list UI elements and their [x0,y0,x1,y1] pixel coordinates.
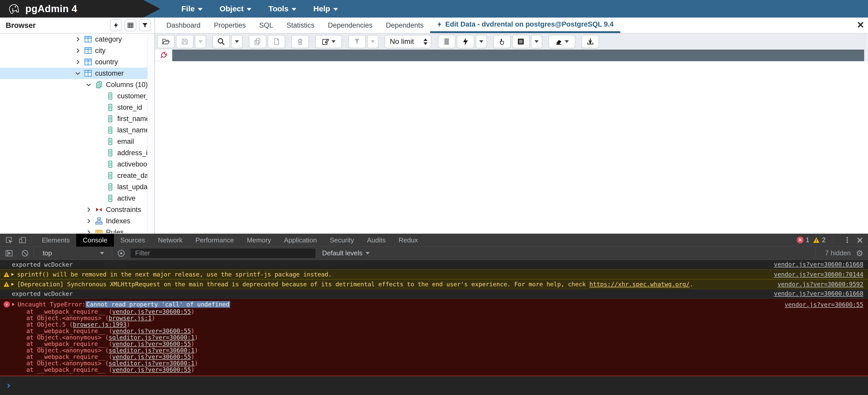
whatwg-spec-link[interactable]: https://xhr.spec.whatwg.org/ [590,281,690,288]
tree-item-indexes[interactable]: Indexes [0,215,154,227]
execute-menu-button[interactable] [475,35,487,48]
devtools-tab-memory[interactable]: Memory [240,234,277,246]
source-link[interactable]: vendor.js?ver=30600:55 [112,340,191,347]
tree-item-country[interactable]: country [0,56,154,68]
source-link[interactable]: browser.js:1993 [73,321,127,328]
chevron-right-icon[interactable] [85,218,92,224]
eye-icon[interactable] [117,249,126,258]
chevron-right-icon[interactable] [74,59,81,65]
devtools-close-icon[interactable]: × [857,235,863,245]
chevron-down-icon[interactable] [74,70,81,77]
expand-triangle-icon[interactable] [11,273,14,276]
source-link[interactable]: vendor.js?ver=30600:55 [784,301,863,308]
source-link[interactable]: vendor.js?ver=30600:61668 [774,261,863,268]
stop-button[interactable] [438,35,456,48]
tree-item-last-name[interactable]: last_name [0,125,154,136]
chevron-right-icon[interactable] [74,36,81,43]
source-link[interactable]: vendor.js?ver=30600:55 [112,366,191,373]
tree-item-address-id[interactable]: address_id [0,147,154,159]
tab-sql[interactable]: SQL [252,18,280,33]
device-toolbar-icon[interactable] [18,236,27,244]
source-link[interactable]: vendor.js?ver=30600:55 [112,354,191,360]
find-menu-button[interactable] [231,35,243,48]
devtools-tab-sources[interactable]: Sources [114,234,151,246]
devtools-tab-redux[interactable]: Redux [392,234,425,246]
tab-statistics[interactable]: Statistics [280,18,321,33]
delete-row-button[interactable] [291,35,309,48]
tree-item-city[interactable]: city [0,45,154,56]
context-select[interactable]: top [38,249,108,257]
tree-item-customer-id[interactable]: customer_id [0,90,154,102]
tab-edit-data-active[interactable]: Edit Data - dvdrental on postgres@Postgr… [430,18,620,33]
devtools-menu-icon[interactable]: ⋮ [841,235,853,244]
explain-menu-button[interactable] [531,35,542,48]
tree-item-rules[interactable]: Rules [0,227,154,233]
tree-item-active[interactable]: active [0,193,154,204]
tree-item-constraints[interactable]: Constraints [0,204,154,215]
tree-item-category[interactable]: category [0,34,154,45]
query-tool-button[interactable] [110,20,122,31]
devtools-tab-network[interactable]: Network [151,234,189,246]
error-count-badge[interactable]: ✕ 1 [797,236,809,244]
clear-button[interactable] [549,35,575,48]
find-button[interactable] [212,35,230,48]
tree-item-store-id[interactable]: store_id [0,102,154,113]
expand-triangle-icon[interactable] [12,303,15,306]
devtools-tab-application[interactable]: Application [277,234,323,246]
menu-file[interactable]: File [181,4,203,13]
source-link[interactable]: vendor.js?ver=30600:61668 [774,290,863,297]
console-prompt[interactable]: › [0,376,868,394]
source-link[interactable]: vendor.js?ver=30600:55 [112,328,191,334]
edit-button[interactable] [315,35,342,48]
source-link[interactable]: vendor.js?ver=30600:70144 [774,271,863,278]
log-levels-select[interactable]: Default levels [322,249,370,257]
source-link[interactable]: browser.js:1 [109,315,152,322]
tree-item-columns[interactable]: Columns (10) [0,79,154,90]
devtools-tab-console[interactable]: Console [76,234,114,246]
console-filter-input[interactable] [131,249,315,258]
save-menu-button[interactable] [195,35,206,48]
open-file-button[interactable] [157,35,175,48]
scrollbar-gutter[interactable] [864,34,868,61]
explain-button[interactable] [493,35,511,48]
filter-rows-button[interactable] [348,35,366,48]
tree-item-activebool[interactable]: activebool [0,159,154,170]
source-link[interactable]: vendor.js?ver=30600:55 [112,308,191,315]
tree-item-customer[interactable]: customer [0,68,154,79]
warning-count-badge[interactable]: 2 [813,236,826,244]
execute-button[interactable] [457,35,474,48]
save-button[interactable] [176,35,193,48]
tab-dashboard[interactable]: Dashboard [160,18,207,33]
clear-console-icon[interactable] [21,249,29,258]
console-settings-gear-icon[interactable]: ⚙ [856,249,863,258]
devtools-tab-security[interactable]: Security [323,234,361,246]
download-csv-button[interactable] [582,35,599,48]
chevron-right-icon[interactable] [74,47,81,54]
spinner-arrows-icon[interactable] [424,38,428,45]
devtools-tab-elements[interactable]: Elements [35,234,76,246]
devtools-tab-audits[interactable]: Audits [361,234,392,246]
menu-help[interactable]: Help [313,4,338,13]
source-link[interactable]: sqleditor.js?ver=30600:1 [109,360,194,367]
tab-dependencies[interactable]: Dependencies [321,18,379,33]
filter-button[interactable] [139,20,151,31]
tree-item-last-update[interactable]: last_update [0,181,154,193]
row-limit-select[interactable]: No limit [385,35,432,48]
hidden-messages-label[interactable]: 7 hidden [825,249,851,257]
grid-column-header-bar[interactable] [172,50,864,61]
menu-tools[interactable]: Tools [269,4,296,13]
chevron-down-icon[interactable] [85,81,92,88]
console-sidebar-toggle-icon[interactable] [5,249,13,258]
tab-properties[interactable]: Properties [207,18,252,33]
close-tab-icon[interactable]: × [857,19,864,30]
explain-options-button[interactable] [512,35,530,48]
chevron-right-icon[interactable] [85,229,92,233]
tab-dependents[interactable]: Dependents [379,18,430,33]
inspect-element-icon[interactable] [5,236,13,244]
chevron-right-icon[interactable] [85,206,92,213]
tree-item-first-name[interactable]: first_name [0,113,154,125]
menu-object[interactable]: Object [220,4,251,13]
tree-scrollbar[interactable] [147,34,154,233]
devtools-tab-performance[interactable]: Performance [189,234,241,246]
copy-button[interactable] [249,35,266,48]
